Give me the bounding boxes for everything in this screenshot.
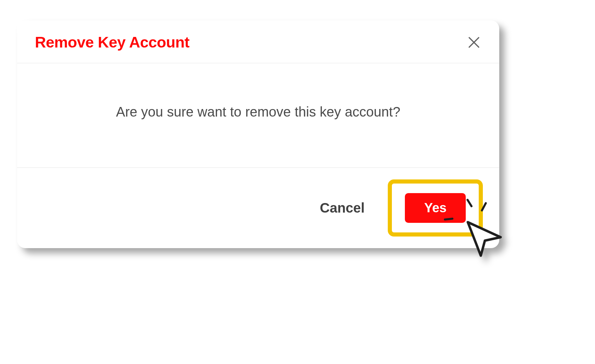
- remove-key-account-modal: Remove Key Account Are you sure want to …: [17, 21, 499, 248]
- close-icon: [467, 36, 481, 49]
- cancel-button[interactable]: Cancel: [317, 197, 367, 219]
- modal-body: Are you sure want to remove this key acc…: [17, 63, 499, 167]
- modal-title: Remove Key Account: [35, 33, 189, 51]
- cursor-pointer-icon: [464, 218, 505, 260]
- confirm-highlight: Yes: [388, 179, 483, 237]
- modal-header: Remove Key Account: [17, 21, 499, 63]
- yes-button[interactable]: Yes: [405, 193, 466, 223]
- close-button[interactable]: [465, 33, 483, 51]
- modal-footer: Cancel Yes: [17, 167, 499, 248]
- modal-message: Are you sure want to remove this key acc…: [31, 104, 486, 120]
